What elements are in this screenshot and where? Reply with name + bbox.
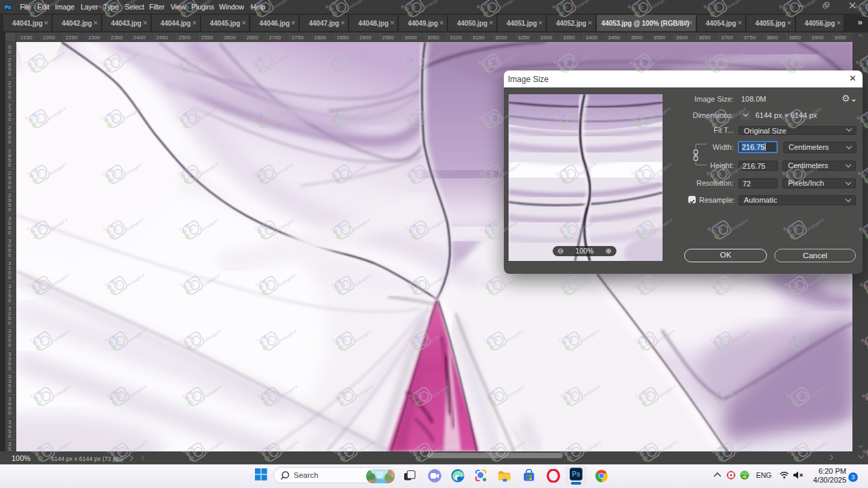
- svg-text:2200: 2200: [43, 35, 55, 41]
- svg-text:2350: 2350: [111, 35, 123, 41]
- svg-text:0: 0: [8, 365, 12, 371]
- svg-text:0: 0: [8, 94, 12, 100]
- svg-text:2800: 2800: [314, 35, 326, 41]
- svg-text:0: 0: [8, 320, 12, 326]
- svg-text:2950: 2950: [382, 35, 394, 41]
- svg-text:2500: 2500: [178, 35, 191, 41]
- svg-text:0: 0: [8, 162, 12, 168]
- svg-text:3100: 3100: [450, 35, 462, 41]
- svg-text:3850: 3850: [789, 35, 801, 41]
- svg-text:2450: 2450: [156, 35, 168, 41]
- svg-text:0: 0: [8, 388, 12, 394]
- svg-text:0: 0: [8, 433, 12, 439]
- svg-text:3250: 3250: [517, 35, 530, 41]
- svg-text:3400: 3400: [585, 35, 597, 41]
- svg-text:3150: 3150: [473, 35, 485, 41]
- svg-text:3000: 3000: [405, 35, 417, 41]
- svg-text:0: 0: [8, 71, 12, 77]
- svg-text:2300: 2300: [88, 35, 100, 41]
- svg-text:0: 0: [8, 274, 12, 281]
- svg-text:3800: 3800: [766, 35, 778, 41]
- svg-text:3550: 3550: [653, 35, 665, 41]
- svg-text:0: 0: [8, 184, 12, 190]
- svg-text:0: 0: [8, 252, 12, 258]
- svg-text:3700: 3700: [721, 35, 733, 41]
- svg-text:3350: 3350: [563, 35, 575, 41]
- svg-text:2900: 2900: [359, 35, 372, 41]
- svg-text:2250: 2250: [66, 35, 78, 41]
- svg-text:3500: 3500: [631, 35, 643, 41]
- svg-text:2150: 2150: [20, 35, 33, 41]
- svg-text:3600: 3600: [676, 35, 688, 41]
- svg-text:3450: 3450: [608, 35, 620, 41]
- svg-text:2850: 2850: [337, 35, 349, 41]
- svg-text:0: 0: [8, 410, 12, 416]
- svg-text:2550: 2550: [201, 35, 214, 41]
- svg-text:2750: 2750: [292, 35, 304, 41]
- svg-text:0: 0: [8, 342, 12, 348]
- svg-text:3950: 3950: [834, 35, 846, 41]
- svg-text:3750: 3750: [744, 35, 756, 41]
- svg-text:0: 0: [8, 49, 12, 55]
- svg-text:0: 0: [8, 139, 12, 145]
- svg-text:0: 0: [8, 117, 12, 123]
- svg-text:2600: 2600: [224, 35, 236, 41]
- svg-text:3050: 3050: [427, 35, 439, 41]
- svg-text:3300: 3300: [540, 35, 553, 41]
- svg-text:2700: 2700: [269, 35, 281, 41]
- svg-text:0: 0: [8, 230, 12, 236]
- svg-text:0: 0: [8, 207, 12, 213]
- svg-text:3900: 3900: [812, 35, 824, 41]
- svg-text:3200: 3200: [495, 35, 507, 41]
- svg-text:0: 0: [8, 298, 12, 304]
- svg-text:2400: 2400: [134, 35, 146, 41]
- svg-text:2650: 2650: [246, 35, 258, 41]
- svg-text:3650: 3650: [698, 35, 711, 41]
